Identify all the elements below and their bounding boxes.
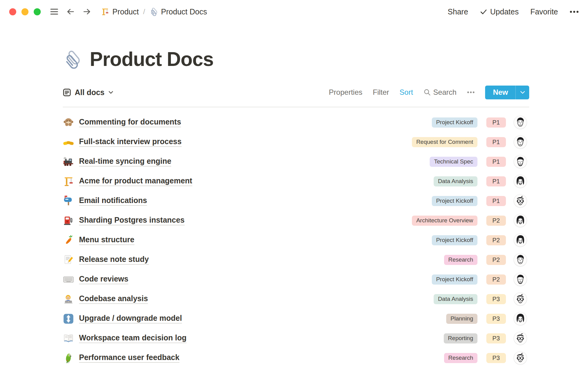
priority-badge[interactable]: P3 — [486, 333, 506, 343]
more-options-button[interactable] — [570, 10, 579, 13]
doc-title[interactable]: Performance user feedback — [79, 353, 179, 363]
breadcrumb-item-product-docs[interactable]: Product Docs — [149, 7, 207, 16]
avatar[interactable] — [514, 136, 527, 148]
filter-button[interactable]: Filter — [373, 88, 389, 97]
table-row[interactable]: Email notifications Project Kickoff P1 — [63, 191, 529, 211]
table-row[interactable]: Upgrade / downgrade model Planning P3 — [63, 309, 529, 328]
priority-badge[interactable]: P3 — [486, 314, 506, 324]
priority-badge[interactable]: P1 — [486, 137, 506, 147]
collection-toolbar: All docs Properties Filter Sort Search N… — [63, 85, 529, 99]
tag-badge[interactable]: Reporting — [444, 333, 477, 343]
share-button[interactable]: Share — [448, 7, 468, 16]
new-button-label[interactable]: New — [485, 86, 515, 99]
window-controls — [9, 8, 41, 15]
doc-title[interactable]: Code reviews — [79, 274, 128, 284]
sidebar-toggle-icon[interactable] — [50, 8, 58, 16]
avatar[interactable] — [514, 214, 527, 227]
paperclips-page-icon[interactable] — [63, 50, 82, 69]
tag-badge[interactable]: Request for Comment — [412, 137, 477, 147]
crane-icon — [63, 176, 74, 187]
favorite-button[interactable]: Favorite — [530, 7, 558, 16]
table-row[interactable]: Code reviews Project Kickoff P2 — [63, 270, 529, 289]
avatar[interactable] — [514, 234, 527, 247]
tag-badge[interactable]: Project Kickoff — [432, 117, 477, 128]
breadcrumb-separator: / — [143, 7, 145, 16]
avatar[interactable] — [514, 293, 527, 305]
view-label: All docs — [75, 88, 104, 97]
doc-title[interactable]: Full-stack interview process — [79, 137, 182, 147]
table-row[interactable]: Release note study Research P2 — [63, 250, 529, 270]
tag-badge[interactable]: Technical Spec — [430, 157, 477, 167]
table-row[interactable]: Full-stack interview process Request for… — [63, 132, 529, 152]
table-row[interactable]: Real-time syncing engine Technical Spec … — [63, 152, 529, 171]
forward-arrow-icon[interactable] — [82, 7, 92, 16]
avatar[interactable] — [514, 312, 527, 325]
priority-badge[interactable]: P1 — [486, 176, 506, 186]
notion-window: Product / Product Docs Share Updates Fav… — [0, 0, 588, 368]
table-row[interactable]: Acme for product management Data Analysi… — [63, 171, 529, 191]
page-title: Product Docs — [90, 48, 213, 71]
avatar[interactable] — [514, 155, 527, 168]
view-switcher[interactable]: All docs — [63, 88, 114, 97]
tag-badge[interactable]: Project Kickoff — [432, 196, 477, 206]
avatar[interactable] — [514, 194, 527, 207]
doc-title[interactable]: Acme for product management — [79, 176, 192, 186]
avatar[interactable] — [514, 116, 527, 129]
priority-badge[interactable]: P2 — [486, 274, 506, 285]
doc-title[interactable]: Codebase analysis — [79, 294, 148, 304]
new-dropdown-button[interactable] — [515, 86, 529, 99]
breadcrumb-item-product[interactable]: Product — [101, 7, 139, 16]
open-book-icon — [63, 333, 74, 344]
avatar[interactable] — [514, 332, 527, 345]
priority-badge[interactable]: P1 — [486, 117, 506, 128]
priority-badge[interactable]: P1 — [486, 157, 506, 167]
table-row[interactable]: Sharding Postgres instances Architecture… — [63, 211, 529, 230]
back-arrow-icon[interactable] — [66, 7, 75, 16]
doc-title[interactable]: Commenting for documents — [79, 117, 181, 127]
tag-badge[interactable]: Project Kickoff — [432, 274, 477, 285]
tag-badge[interactable]: Data Analysis — [434, 294, 477, 304]
avatar[interactable] — [514, 253, 527, 266]
zoom-window-button[interactable] — [34, 8, 41, 15]
priority-badge[interactable]: P3 — [486, 294, 506, 304]
table-row[interactable]: Codebase analysis Data Analysis P3 — [63, 289, 529, 309]
minimize-window-button[interactable] — [21, 8, 28, 15]
priority-badge[interactable]: P3 — [486, 353, 506, 363]
avatar[interactable] — [514, 351, 527, 364]
tag-badge[interactable]: Research — [444, 353, 477, 363]
doc-title[interactable]: Workspace team decision log — [79, 333, 187, 343]
doc-title[interactable]: Release note study — [79, 255, 149, 265]
table-row[interactable]: Workspace team decision log Reporting P3 — [63, 328, 529, 348]
up-down-arrow-icon — [63, 313, 74, 324]
avatar[interactable] — [514, 273, 527, 286]
doc-title[interactable]: Real-time syncing engine — [79, 157, 171, 167]
doc-title[interactable]: Sharding Postgres instances — [79, 216, 185, 225]
doc-title[interactable]: Upgrade / downgrade model — [79, 314, 182, 324]
tag-badge[interactable]: Research — [444, 255, 477, 265]
toolbar-actions: Properties Filter Sort Search New — [329, 86, 529, 99]
tag-badge[interactable]: Architecture Overview — [412, 216, 477, 226]
close-window-button[interactable] — [9, 8, 16, 15]
table-row[interactable]: Performance user feedback Research P3 — [63, 348, 529, 368]
mailbox-icon — [63, 195, 74, 207]
properties-button[interactable]: Properties — [329, 88, 362, 97]
tag-badge[interactable]: Planning — [446, 314, 477, 324]
doc-title[interactable]: Email notifications — [79, 196, 147, 206]
toolbar-more-button[interactable] — [467, 91, 475, 94]
avatar[interactable] — [514, 175, 527, 188]
priority-badge[interactable]: P2 — [486, 216, 506, 226]
tag-badge[interactable]: Project Kickoff — [432, 235, 477, 245]
priority-badge[interactable]: P1 — [486, 196, 506, 206]
monkey-icon — [63, 117, 74, 128]
priority-badge[interactable]: P2 — [486, 235, 506, 245]
tag-badge[interactable]: Data Analysis — [434, 176, 477, 186]
priority-badge[interactable]: P2 — [486, 255, 506, 265]
doc-title[interactable]: Menu structure — [79, 235, 134, 245]
parrot-icon — [63, 352, 74, 364]
search-button[interactable]: Search — [424, 88, 457, 97]
sort-button[interactable]: Sort — [400, 88, 413, 97]
table-row[interactable]: Commenting for documents Project Kickoff… — [63, 113, 529, 132]
updates-button[interactable]: Updates — [480, 7, 519, 16]
breadcrumb: Product / Product Docs — [101, 7, 207, 16]
table-row[interactable]: Menu structure Project Kickoff P2 — [63, 230, 529, 250]
